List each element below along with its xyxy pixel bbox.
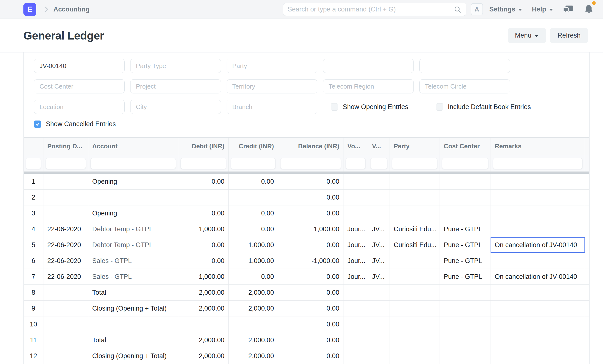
cell-remarks[interactable]	[491, 317, 585, 332]
cell-num[interactable]: 1	[24, 174, 43, 189]
cell-num[interactable]: 4	[24, 221, 43, 237]
column-filter-balance[interactable]	[280, 158, 341, 169]
cell-account[interactable]	[88, 189, 178, 205]
cell-credit[interactable]: 0.00	[229, 221, 278, 237]
cell-voucher_type[interactable]	[343, 285, 368, 300]
cell-account[interactable]: Sales - GTPL	[88, 269, 178, 284]
cell-voucher_type[interactable]	[343, 174, 368, 189]
cell-cost_center[interactable]: Pune - GTPL	[440, 237, 491, 253]
cell-posting_date[interactable]: 22-06-2020	[43, 221, 88, 237]
column-filter-num[interactable]	[26, 158, 41, 169]
cell-account[interactable]: Total	[88, 285, 178, 300]
cell-num[interactable]: 8	[24, 285, 43, 300]
refresh-button[interactable]: Refresh	[550, 28, 588, 43]
cell-balance[interactable]: 0.00	[278, 301, 343, 316]
cell-balance[interactable]: -1,000.00	[278, 253, 343, 269]
cell-balance[interactable]: 0.00	[278, 205, 343, 221]
cell-credit[interactable]: 1,000.00	[229, 253, 278, 269]
cell-cost_center[interactable]: Pune - GTPL	[440, 253, 491, 269]
cell-voucher_no[interactable]	[368, 174, 390, 189]
cell-remarks[interactable]	[491, 221, 585, 237]
cell-voucher_no[interactable]	[368, 332, 390, 348]
telecom-region-filter[interactable]	[323, 79, 414, 94]
cell-debit[interactable]: 2,000.00	[178, 285, 229, 300]
cell-credit[interactable]: 2,000.00	[229, 332, 278, 348]
cell-posting_date[interactable]: 22-06-2020	[43, 237, 88, 253]
cell-credit[interactable]: 2,000.00	[229, 348, 278, 364]
cell-posting_date[interactable]	[43, 332, 88, 348]
cell-party[interactable]	[390, 317, 440, 332]
cell-posting_date[interactable]	[43, 189, 88, 205]
include-default-book-entries-checkbox[interactable]: Include Default Book Entries	[436, 103, 531, 111]
cell-cost_center[interactable]: Pune - GTPL	[440, 269, 491, 284]
cell-party[interactable]	[390, 253, 440, 269]
cell-credit[interactable]: 0.00	[229, 269, 278, 284]
cell-voucher_type[interactable]	[343, 317, 368, 332]
cell-remarks[interactable]	[491, 174, 585, 189]
column-filter-debit[interactable]	[181, 158, 226, 169]
cell-posting_date[interactable]	[43, 348, 88, 364]
cell-remarks[interactable]	[491, 348, 585, 364]
column-header-party[interactable]: Party	[390, 138, 440, 155]
cell-voucher_no[interactable]	[368, 285, 390, 300]
column-header-voucher_no[interactable]: V...	[368, 138, 390, 155]
party-type-filter[interactable]	[130, 59, 221, 73]
cell-cost_center[interactable]	[440, 348, 491, 364]
cell-balance[interactable]: 0.00	[278, 237, 343, 253]
cell-credit[interactable]: 0.00	[229, 174, 278, 189]
cell-account[interactable]: Total	[88, 332, 178, 348]
cell-balance[interactable]: 0.00	[278, 285, 343, 300]
cell-voucher_type[interactable]	[343, 301, 368, 316]
cell-voucher_type[interactable]: Jour...	[343, 221, 368, 237]
cell-party[interactable]	[390, 285, 440, 300]
cell-remarks[interactable]	[491, 189, 585, 205]
cell-party[interactable]	[390, 174, 440, 189]
cell-posting_date[interactable]	[43, 285, 88, 300]
telecom-circle-filter[interactable]	[419, 79, 510, 94]
cell-remarks[interactable]: On cancellation of JV-00140	[491, 237, 585, 253]
cell-voucher_no[interactable]: JV...	[368, 269, 390, 284]
cell-cost_center[interactable]	[440, 285, 491, 300]
cell-voucher_type[interactable]	[343, 348, 368, 364]
cell-debit[interactable]	[178, 189, 229, 205]
cell-account[interactable]: Opening	[88, 205, 178, 221]
cell-cost_center[interactable]	[440, 301, 491, 316]
cell-party[interactable]	[390, 332, 440, 348]
column-header-voucher_type[interactable]: Vo...	[343, 138, 368, 155]
cell-cost_center[interactable]	[440, 317, 491, 332]
cell-voucher_no[interactable]: JV...	[368, 253, 390, 269]
cell-debit[interactable]: 0.00	[178, 205, 229, 221]
cell-voucher_no[interactable]	[368, 317, 390, 332]
cell-num[interactable]: 7	[24, 269, 43, 284]
cell-voucher_no[interactable]	[368, 189, 390, 205]
column-filter-remarks[interactable]	[493, 158, 582, 169]
cell-num[interactable]: 10	[24, 317, 43, 332]
cell-posting_date[interactable]	[43, 174, 88, 189]
cell-credit[interactable]: 2,000.00	[229, 285, 278, 300]
cell-credit[interactable]: 2,000.00	[229, 301, 278, 316]
column-filter-voucher_type[interactable]	[346, 158, 366, 169]
cell-remarks[interactable]	[491, 332, 585, 348]
cell-num[interactable]: 6	[24, 253, 43, 269]
cell-party[interactable]: Curiositi Edu...	[390, 221, 440, 237]
column-header-account[interactable]: Account	[88, 138, 178, 155]
cell-debit[interactable]: 0.00	[178, 237, 229, 253]
cell-voucher_no[interactable]	[368, 205, 390, 221]
cell-cost_center[interactable]: Pune - GTPL	[440, 221, 491, 237]
cell-balance[interactable]: 0.00	[278, 317, 343, 332]
column-filter-voucher_no[interactable]	[370, 158, 387, 169]
cell-account[interactable]: Closing (Opening + Total)	[88, 301, 178, 316]
cell-num[interactable]: 3	[24, 205, 43, 221]
cell-remarks[interactable]	[491, 301, 585, 316]
cell-posting_date[interactable]	[43, 317, 88, 332]
cell-party[interactable]	[390, 348, 440, 364]
settings-menu[interactable]: Settings	[489, 6, 522, 13]
cell-debit[interactable]	[178, 317, 229, 332]
cell-remarks[interactable]: On cancellation of JV-00140	[491, 269, 585, 284]
search-input[interactable]	[288, 6, 453, 13]
location-filter[interactable]	[34, 100, 125, 114]
cell-num[interactable]: 9	[24, 301, 43, 316]
cell-balance[interactable]: 0.00	[278, 348, 343, 364]
column-header-remarks[interactable]: Remarks	[491, 138, 585, 155]
cell-debit[interactable]: 0.00	[178, 253, 229, 269]
